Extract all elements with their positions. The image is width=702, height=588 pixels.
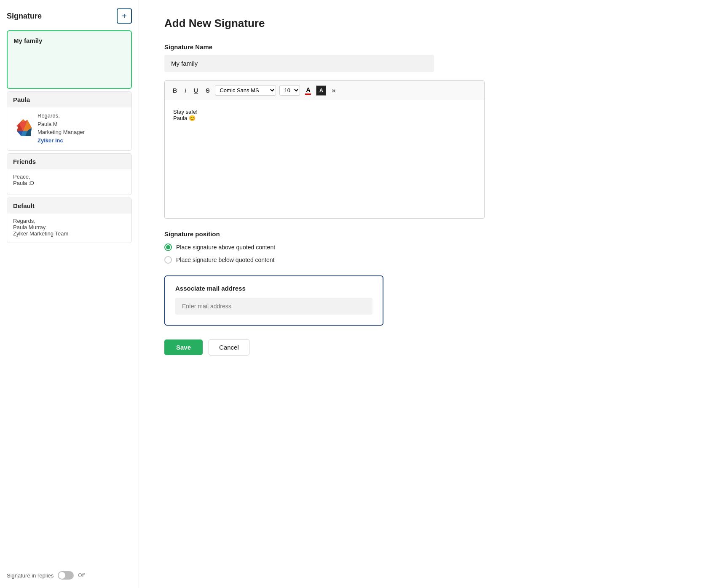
font-color-bar (305, 94, 311, 95)
more-toolbar-button[interactable]: » (330, 86, 338, 95)
mail-address-input[interactable] (175, 298, 372, 315)
list-item[interactable]: Default Regards, Paula Murray Zylker Mar… (7, 198, 132, 243)
signature-preview-paula: Regards, Paula M Marketing Manager Zylke… (7, 107, 131, 150)
plus-icon: + (122, 11, 127, 21)
signature-name-my-family: My family (8, 31, 131, 46)
font-color-a-label: A (306, 86, 310, 93)
signature-replies-toggle-row: Signature in replies Off (7, 563, 132, 580)
editor-line-2: Paula 😊 (173, 115, 476, 121)
cancel-button[interactable]: Cancel (209, 339, 249, 355)
signature-preview-friends: Peace, Paula :D (7, 169, 131, 195)
signature-preview-my-family (8, 46, 131, 88)
editor-body[interactable]: Stay safe! Paula 😊 (165, 100, 484, 218)
signature-name-paula: Paula (7, 92, 131, 107)
underline-button[interactable]: U (192, 86, 200, 95)
font-family-select[interactable]: Comic Sans MS Arial Times New Roman (215, 85, 276, 96)
position-radio-group: Place signature above quoted content Pla… (164, 243, 677, 264)
list-item[interactable]: My family (7, 30, 132, 89)
signature-replies-toggle[interactable] (58, 571, 74, 580)
associate-mail-box: Associate mail address (164, 275, 383, 326)
font-size-select[interactable]: 10 12 14 16 (279, 85, 300, 96)
list-item[interactable]: Friends Peace, Paula :D (7, 153, 132, 195)
position-below-label: Place signature below quoted content (176, 257, 275, 263)
sidebar-header: Signature + (7, 8, 132, 24)
action-buttons: Save Cancel (164, 339, 677, 355)
associate-mail-title: Associate mail address (175, 285, 372, 292)
signature-replies-label: Signature in replies (7, 572, 54, 579)
page-title: Add New Signature (164, 17, 677, 30)
signature-name-friends: Friends (7, 154, 131, 169)
position-above-label: Place signature above quoted content (176, 244, 275, 251)
signature-position-label: Signature position (164, 230, 677, 238)
editor-toolbar: B I U S Comic Sans MS Arial Times New Ro… (165, 81, 484, 100)
add-signature-button[interactable]: + (117, 8, 132, 24)
radio-above-circle (164, 243, 172, 251)
font-highlight-button[interactable]: A (316, 86, 326, 96)
save-button[interactable]: Save (164, 339, 203, 355)
signature-editor: B I U S Comic Sans MS Arial Times New Ro… (164, 80, 485, 219)
list-item[interactable]: Paula (7, 91, 132, 151)
signature-name-input[interactable] (164, 55, 434, 72)
signature-preview-default: Regards, Paula Murray Zylker Marketing T… (7, 214, 131, 243)
bold-button[interactable]: B (171, 86, 179, 95)
sidebar: Signature + My family Paula (0, 0, 139, 588)
position-above-option[interactable]: Place signature above quoted content (164, 243, 677, 251)
brand-text-paula: Regards, Paula M Marketing Manager Zylke… (38, 112, 85, 144)
editor-line-1: Stay safe! (173, 109, 476, 115)
signature-name-label: Signature Name (164, 43, 677, 51)
radio-below-circle (164, 256, 172, 264)
toggle-off-label: Off (78, 572, 85, 578)
main-content: Add New Signature Signature Name B I U S… (139, 0, 702, 588)
font-color-button[interactable]: A (303, 86, 313, 96)
position-below-option[interactable]: Place signature below quoted content (164, 256, 677, 264)
brand-logo-icon (13, 118, 33, 139)
strikethrough-button[interactable]: S (204, 86, 212, 95)
italic-button[interactable]: I (182, 86, 188, 95)
signature-name-default: Default (7, 198, 131, 214)
sidebar-title: Signature (7, 12, 42, 21)
